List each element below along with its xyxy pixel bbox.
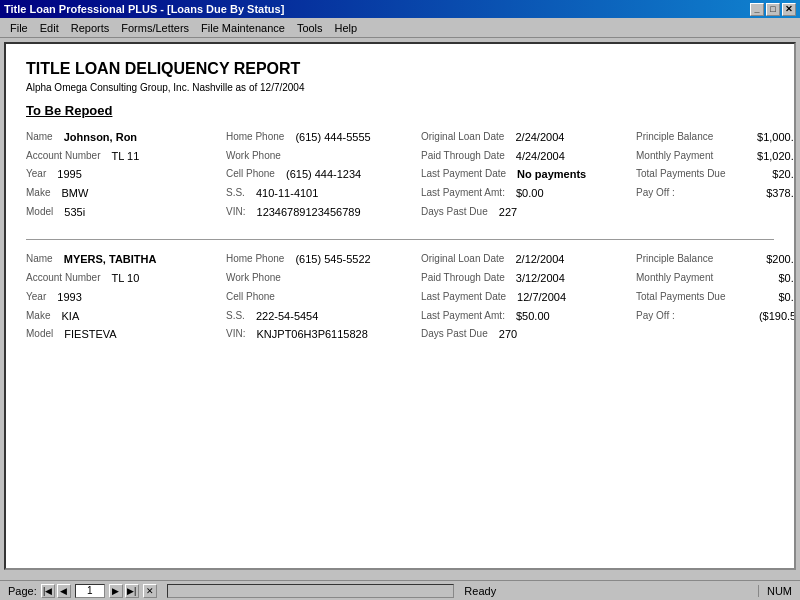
next-page-button[interactable]: ▶ xyxy=(109,584,123,598)
report-title: TITLE LOAN DELIQUENCY REPORT xyxy=(26,60,774,78)
row-last-payment-date-1: Last Payment Date No payments xyxy=(421,165,636,184)
total-payments-value-1: $20.00 xyxy=(772,165,796,184)
record-divider xyxy=(26,239,774,240)
row-account-1: Account Number TL 11 xyxy=(26,147,226,166)
record-1: Name Johnson, Ron Account Number TL 11 Y… xyxy=(26,128,774,221)
menu-forms-letters[interactable]: Forms/Letters xyxy=(115,21,195,35)
model-label-1: Model xyxy=(26,203,53,222)
row-days-past-2: Days Past Due 270 xyxy=(421,325,636,344)
title-bar: Title Loan Professional PLUS - [Loans Du… xyxy=(0,0,800,18)
row-total-payments-2: Total Payments Due $0.00 xyxy=(636,288,796,307)
pay-off-value-2: ($190.58) xyxy=(759,307,796,326)
row-monthly-payment-2: Monthly Payment $0.00 xyxy=(636,269,796,288)
name-value-1: Johnson, Ron xyxy=(64,128,137,147)
home-phone-label-1: Home Phone xyxy=(226,128,284,147)
pay-off-label-2: Pay Off : xyxy=(636,307,675,326)
model-value-2: FIESTEVA xyxy=(64,325,116,344)
row-principle-balance-1: Principle Balance $1,000.00 xyxy=(636,128,796,147)
vin-label-2: VIN: xyxy=(226,325,245,344)
home-phone-label-2: Home Phone xyxy=(226,250,284,269)
first-page-button[interactable]: |◀ xyxy=(41,584,55,598)
days-past-value-1: 227 xyxy=(499,203,517,222)
section-header: To Be Repoed xyxy=(26,103,774,118)
principle-balance-value-2: $200.00 xyxy=(766,250,796,269)
row-monthly-payment-1: Monthly Payment $1,020.00 xyxy=(636,147,796,166)
last-payment-date-label-1: Last Payment Date xyxy=(421,165,506,184)
orig-loan-value-2: 2/12/2004 xyxy=(515,250,564,269)
row-make-1: Make BMW xyxy=(26,184,226,203)
row-year-2: Year 1993 xyxy=(26,288,226,307)
paid-through-label-1: Paid Through Date xyxy=(421,147,505,166)
row-last-payment-amt-1: Last Payment Amt: $0.00 xyxy=(421,184,636,203)
menu-bar: File Edit Reports Forms/Letters File Mai… xyxy=(0,18,800,38)
page-label: Page: xyxy=(8,585,37,597)
monthly-payment-label-1: Monthly Payment xyxy=(636,147,713,166)
cell-phone-value-1: (615) 444-1234 xyxy=(286,165,361,184)
model-label-2: Model xyxy=(26,325,53,344)
account-value-1: TL 11 xyxy=(112,147,140,166)
last-payment-date-value-1: No payments xyxy=(517,165,586,184)
principle-balance-label-1: Principle Balance xyxy=(636,128,713,147)
row-pay-off-1: Pay Off : $378.14 xyxy=(636,184,796,203)
menu-file[interactable]: File xyxy=(4,21,34,35)
orig-loan-label-1: Original Loan Date xyxy=(421,128,504,147)
make-label-1: Make xyxy=(26,184,50,203)
row-name-2: Name MYERS, TABITHA xyxy=(26,250,226,269)
principle-balance-label-2: Principle Balance xyxy=(636,250,713,269)
last-payment-amt-label-1: Last Payment Amt: xyxy=(421,184,505,203)
menu-help[interactable]: Help xyxy=(329,21,364,35)
col2-record1: Home Phone (615) 444-5555 Work Phone Cel… xyxy=(226,128,421,221)
page-nav-next: ▶ ▶| xyxy=(109,584,139,598)
row-account-2: Account Number TL 10 xyxy=(26,269,226,288)
last-payment-amt-label-2: Last Payment Amt: xyxy=(421,307,505,326)
window-title: Title Loan Professional PLUS - [Loans Du… xyxy=(4,3,284,15)
maximize-button[interactable]: □ xyxy=(766,3,780,16)
col4-record1: Principle Balance $1,000.00 Monthly Paym… xyxy=(636,128,796,221)
row-cell-phone-2: Cell Phone xyxy=(226,288,421,307)
total-payments-label-1: Total Payments Due xyxy=(636,165,726,184)
year-value-2: 1993 xyxy=(57,288,81,307)
row-orig-loan-2: Original Loan Date 2/12/2004 xyxy=(421,250,636,269)
principle-balance-value-1: $1,000.00 xyxy=(757,128,796,147)
status-left: Page: |◀ ◀ ▶ ▶| ✕ xyxy=(0,584,165,598)
make-value-1: BMW xyxy=(62,184,89,203)
main-content: TITLE LOAN DELIQUENCY REPORT Alpha Omega… xyxy=(4,42,796,570)
menu-tools[interactable]: Tools xyxy=(291,21,329,35)
days-past-label-2: Days Past Due xyxy=(421,325,488,344)
row-work-phone-1: Work Phone xyxy=(226,147,421,166)
page-number-input[interactable] xyxy=(75,584,105,598)
close-button[interactable]: ✕ xyxy=(782,3,796,16)
horizontal-scrollbar[interactable] xyxy=(167,584,455,598)
col4-record2: Principle Balance $200.00 Monthly Paymen… xyxy=(636,250,796,343)
close-nav-button[interactable]: ✕ xyxy=(143,584,157,598)
row-model-1: Model 535i xyxy=(26,203,226,222)
col3-record2: Original Loan Date 2/12/2004 Paid Throug… xyxy=(421,250,636,343)
record-2: Name MYERS, TABITHA Account Number TL 10… xyxy=(26,250,774,343)
account-label-2: Account Number xyxy=(26,269,100,288)
days-past-label-1: Days Past Due xyxy=(421,203,488,222)
make-label-2: Make xyxy=(26,307,50,326)
year-label-1: Year xyxy=(26,165,46,184)
row-paid-through-1: Paid Through Date 4/24/2004 xyxy=(421,147,636,166)
name-label-1: Name xyxy=(26,128,53,147)
paid-through-label-2: Paid Through Date xyxy=(421,269,505,288)
row-make-2: Make KIA xyxy=(26,307,226,326)
last-payment-amt-value-1: $0.00 xyxy=(516,184,544,203)
home-phone-value-2: (615) 545-5522 xyxy=(295,250,370,269)
row-ss-1: S.S. 410-11-4101 xyxy=(226,184,421,203)
vin-label-1: VIN: xyxy=(226,203,245,222)
monthly-payment-label-2: Monthly Payment xyxy=(636,269,713,288)
row-last-payment-date-2: Last Payment Date 12/7/2004 xyxy=(421,288,636,307)
minimize-button[interactable]: _ xyxy=(750,3,764,16)
col3-record1: Original Loan Date 2/24/2004 Paid Throug… xyxy=(421,128,636,221)
last-page-button[interactable]: ▶| xyxy=(125,584,139,598)
menu-reports[interactable]: Reports xyxy=(65,21,116,35)
work-phone-label-2: Work Phone xyxy=(226,269,281,288)
col2-record2: Home Phone (615) 545-5522 Work Phone Cel… xyxy=(226,250,421,343)
menu-file-maintenance[interactable]: File Maintenance xyxy=(195,21,291,35)
menu-edit[interactable]: Edit xyxy=(34,21,65,35)
account-value-2: TL 10 xyxy=(112,269,140,288)
model-value-1: 535i xyxy=(64,203,85,222)
prev-page-button[interactable]: ◀ xyxy=(57,584,71,598)
row-work-phone-2: Work Phone xyxy=(226,269,421,288)
